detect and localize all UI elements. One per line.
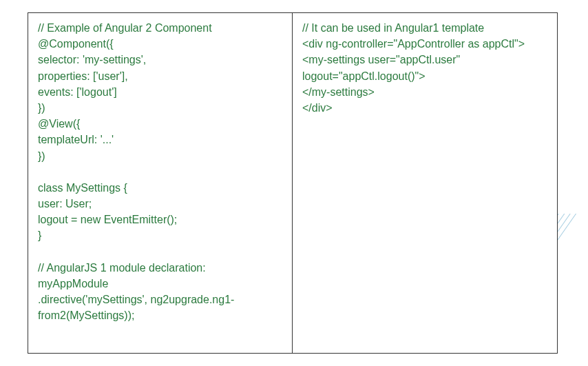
code-line: properties: ['user'],: [38, 68, 282, 84]
code-line: }): [38, 100, 282, 116]
code-line: logout = new EventEmitter();: [38, 212, 282, 227]
code-line: myAppModule: [38, 276, 282, 292]
code-table: // Example of Angular 2 Component @Compo…: [28, 12, 558, 354]
code-line: user: User;: [38, 196, 282, 212]
code-line: <div ng-controller="AppController as app…: [302, 36, 547, 52]
code-line: events: ['logout']: [38, 84, 282, 100]
code-line: // AngularJS 1 module declaration:: [38, 260, 282, 276]
code-line: }: [38, 227, 282, 243]
code-line: @View({: [38, 116, 282, 132]
code-line: </my-settings>: [302, 84, 547, 100]
decorative-hatch: [557, 214, 588, 289]
code-line: .directive('mySettings', ng2upgrade.ng1-…: [38, 292, 282, 323]
code-line: <my-settings user="appCtl.user" logout="…: [302, 52, 547, 83]
code-line: }): [38, 148, 282, 164]
right-column: // It can be used in Angular1 template <…: [293, 13, 557, 353]
code-line: // It can be used in Angular1 template: [302, 20, 547, 36]
left-column: // Example of Angular 2 Component @Compo…: [28, 13, 293, 353]
code-line: [38, 244, 282, 260]
code-line: selector: 'my-settings',: [38, 52, 282, 68]
code-line: // Example of Angular 2 Component: [38, 20, 282, 36]
code-line: @Component({: [38, 36, 282, 52]
code-line: </div>: [302, 100, 547, 116]
code-line: templateUrl: '...': [38, 132, 282, 148]
code-line: [38, 164, 282, 180]
code-line: class MySettings {: [38, 180, 282, 196]
